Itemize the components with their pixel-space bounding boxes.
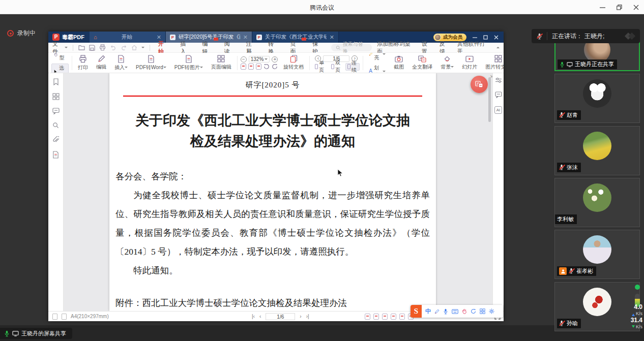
redo-icon[interactable]: [121, 45, 127, 50]
rotate-left-icon[interactable]: [264, 64, 270, 70]
sogou-logo-icon[interactable]: S: [411, 305, 422, 318]
chevron-down-icon: [383, 53, 386, 56]
avatar: [583, 288, 611, 316]
voice-input-icon[interactable]: [443, 308, 448, 315]
highlight-button[interactable]: 高亮: [366, 53, 388, 63]
recording-indicator[interactable]: 录制中: [7, 29, 36, 38]
sync-icon[interactable]: [471, 308, 476, 314]
fit-page-icon[interactable]: [365, 314, 370, 320]
insert-button[interactable]: 插入: [112, 55, 130, 71]
comments-panel-icon[interactable]: [52, 108, 60, 114]
participant-tile-zhaoqing[interactable]: 赵青: [554, 74, 640, 123]
feedback-chat-icon[interactable]: [495, 91, 502, 98]
hand-tool-button[interactable]: 手型: [51, 53, 69, 63]
pdf-minimize-icon[interactable]: [473, 35, 477, 40]
pdf-maximize-icon[interactable]: [483, 35, 488, 40]
gesture-input-icon[interactable]: [462, 308, 467, 314]
page-layout-icon[interactable]: [52, 314, 57, 320]
ai-assistant-icon[interactable]: AI: [494, 106, 502, 114]
actual-size-icon[interactable]: [248, 64, 254, 70]
document-info-icon[interactable]: [52, 151, 59, 159]
bookmarks-panel-icon[interactable]: [53, 78, 59, 85]
pdf-page[interactable]: 研字[2020]5 号 关于印发《西北工业大学博士硕士学位论文抽 检及结果处理办…: [109, 73, 436, 311]
zoom-out-icon[interactable]: −: [241, 56, 247, 63]
shared-screen-area: 录制中 P 毒霸PDF ⌂ 开始 ✕ P 研字[2020]5号关于印发《西...…: [0, 14, 644, 341]
vertical-scrollbar[interactable]: [488, 77, 491, 122]
double-page-view-button[interactable]: 双页: [329, 63, 343, 71]
fit-width-icon[interactable]: [256, 64, 261, 70]
tab-close-icon[interactable]: ✕: [330, 34, 334, 41]
first-page-button[interactable]: |‹: [252, 314, 255, 319]
rotate-document-button[interactable]: 旋转文档: [281, 55, 306, 71]
speaking-label: 正在讲话：: [552, 32, 582, 41]
rotate-right-icon[interactable]: [272, 64, 278, 70]
edit-button[interactable]: 编辑: [94, 55, 109, 71]
page-edit-button[interactable]: 页面编辑: [209, 55, 234, 71]
new-badge: [214, 38, 218, 41]
image-to-text-button[interactable]: 图片转文字: [483, 55, 504, 71]
last-page-button[interactable]: ›|: [306, 314, 309, 319]
fit-width-icon[interactable]: [382, 314, 388, 320]
pen-input-icon[interactable]: [434, 309, 440, 314]
undo-icon[interactable]: [110, 45, 116, 50]
participant-tile-liliming[interactable]: 李利敏: [554, 178, 640, 227]
avatar: [583, 183, 611, 212]
underline-button[interactable]: A划线: [366, 64, 388, 74]
share-banner-label: 王晓丹的屏幕共享: [21, 330, 66, 337]
background-button[interactable]: 背景: [438, 55, 456, 71]
pdf-close-icon[interactable]: [494, 35, 499, 40]
collapse-ribbon-icon[interactable]: [496, 45, 500, 48]
search-icon: [336, 45, 341, 50]
pdf-to-word-button[interactable]: PDF转Word: [133, 55, 169, 71]
zoom-in-icon[interactable]: +: [272, 56, 278, 63]
chevron-down-icon[interactable]: [141, 47, 144, 50]
new-badge: [302, 38, 306, 41]
screen-share-banner[interactable]: 王晓丹的屏幕共享: [0, 328, 72, 339]
save-icon[interactable]: [89, 45, 95, 51]
participant-tile-cuixiaobin[interactable]: 崔孝彬: [554, 230, 640, 279]
soft-keyboard-icon[interactable]: [452, 309, 458, 314]
chevron-down-icon: [163, 67, 166, 70]
page-layout-icon[interactable]: [62, 314, 67, 320]
slideshow-button[interactable]: 幻灯片: [459, 55, 480, 71]
continuous-view-button[interactable]: 连续: [345, 63, 360, 71]
pdf-doc-icon: P: [256, 35, 262, 40]
input-settings-icon[interactable]: [489, 308, 494, 314]
next-page-button[interactable]: ›: [300, 314, 301, 319]
floating-translate-button[interactable]: [471, 76, 488, 93]
select-tool-button[interactable]: 选择: [51, 64, 69, 74]
fit-page-icon[interactable]: [241, 64, 246, 70]
full-text-translate-button[interactable]: 全文翻译: [409, 55, 435, 71]
previous-page-button[interactable]: ‹: [259, 314, 261, 319]
open-file-icon[interactable]: [78, 45, 85, 50]
participant-tile-zhangmo[interactable]: 张沫: [554, 126, 640, 175]
restore-icon[interactable]: [617, 5, 622, 10]
close-icon[interactable]: [633, 5, 639, 10]
single-page-view-icon[interactable]: [399, 314, 405, 320]
screenshot-button[interactable]: 截图: [391, 55, 406, 71]
zoom-level-value[interactable]: 132%: [249, 56, 270, 63]
chevron-down-icon: [65, 47, 68, 50]
actual-size-icon[interactable]: [373, 314, 379, 320]
document-viewport[interactable]: 研字[2020]5 号 关于印发《西北工业大学博士硕士学位论文抽 检及结果处理办…: [64, 73, 492, 311]
chinese-mode-icon[interactable]: 中: [425, 307, 431, 315]
chevron-down-icon: [265, 58, 268, 61]
print-button[interactable]: 打印: [75, 55, 91, 71]
thumbnails-panel-icon[interactable]: [52, 93, 60, 100]
pdf-left-sidebar: [48, 73, 64, 311]
home-view-icon[interactable]: [131, 45, 137, 50]
pdf-to-image-button[interactable]: PDF转图片: [172, 55, 206, 71]
single-page-view-button[interactable]: 单页: [313, 63, 327, 71]
print-icon[interactable]: [99, 44, 106, 51]
pdf-content-area: 研字[2020]5 号 关于印发《西北工业大学博士硕士学位论文抽 检及结果处理办…: [48, 73, 504, 311]
toolbox-grid-icon[interactable]: [480, 308, 485, 314]
search-panel-icon[interactable]: [52, 122, 59, 129]
page-indicator[interactable]: 1/6: [266, 313, 295, 320]
participant-tile-sunyu[interactable]: 孙瑜: [554, 282, 640, 331]
view-settings-icon[interactable]: [495, 77, 502, 83]
tab-home[interactable]: ⌂ 开始 ✕: [90, 32, 166, 43]
continuous-view-icon[interactable]: [391, 314, 396, 320]
attachments-panel-icon[interactable]: [52, 136, 59, 143]
minimize-icon[interactable]: [600, 5, 605, 10]
search-input[interactable]: 搜索与替换: [331, 44, 372, 51]
